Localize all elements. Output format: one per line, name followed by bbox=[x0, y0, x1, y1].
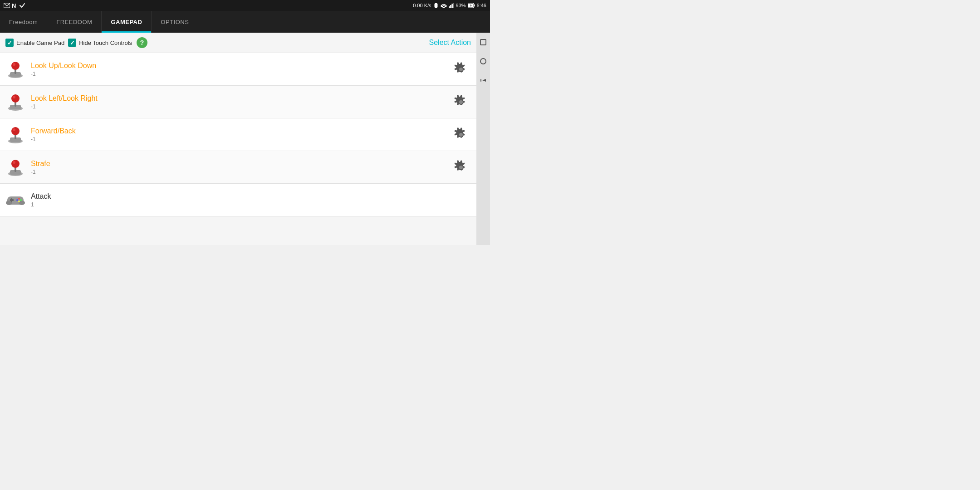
tab-freedoom2[interactable]: FREEDOOM bbox=[47, 11, 102, 33]
svg-rect-4 bbox=[437, 4, 438, 7]
gear-button-look-left-right[interactable] bbox=[451, 92, 471, 112]
svg-rect-2 bbox=[435, 3, 437, 8]
circle-button[interactable] bbox=[478, 56, 488, 66]
joystick-icon bbox=[5, 157, 25, 177]
svg-point-37 bbox=[11, 160, 20, 168]
battery-percent: 93% bbox=[456, 3, 466, 8]
gear-button-look-up-down[interactable] bbox=[451, 59, 471, 79]
nav-bar: Freedoom FREEDOOM GAMEPAD OPTIONS bbox=[0, 11, 490, 33]
svg-point-39 bbox=[459, 166, 463, 169]
action-title: Strafe bbox=[31, 160, 451, 168]
joystick-icon bbox=[5, 92, 25, 112]
hide-touch-controls-checkbox[interactable]: Hide Touch Controls bbox=[68, 39, 132, 47]
action-title: Look Left/Look Right bbox=[31, 94, 451, 103]
action-look-left-right[interactable]: Look Left/Look Right -1 bbox=[0, 86, 476, 118]
action-text: Strafe -1 bbox=[31, 160, 451, 175]
status-icons: N bbox=[4, 2, 25, 9]
enable-gamepad-checkbox[interactable]: Enable Game Pad bbox=[5, 39, 64, 47]
svg-rect-8 bbox=[449, 6, 450, 8]
action-strafe[interactable]: Strafe -1 bbox=[0, 151, 476, 184]
svg-point-25 bbox=[11, 94, 20, 103]
n-icon: N bbox=[12, 2, 17, 9]
action-attack[interactable]: Attack 1 bbox=[0, 184, 476, 216]
enable-gamepad-label: Enable Game Pad bbox=[16, 39, 64, 46]
svg-rect-9 bbox=[450, 5, 451, 8]
action-title: Look Up/Look Down bbox=[31, 62, 451, 70]
svg-point-27 bbox=[459, 100, 463, 104]
action-look-up-down[interactable]: Look Up/Look Down -1 bbox=[0, 53, 476, 86]
svg-point-41 bbox=[6, 201, 12, 205]
svg-rect-44 bbox=[11, 198, 12, 202]
status-bar: N 0.00 K/s 93% bbox=[0, 0, 490, 11]
gear-button-attack[interactable] bbox=[451, 190, 471, 210]
joystick-icon bbox=[5, 59, 25, 79]
svg-point-26 bbox=[13, 96, 15, 98]
mail-icon bbox=[4, 3, 10, 8]
svg-point-46 bbox=[20, 199, 22, 201]
tab-options[interactable]: OPTIONS bbox=[152, 11, 198, 33]
hide-touch-label: Hide Touch Controls bbox=[79, 39, 132, 46]
svg-point-20 bbox=[13, 63, 15, 66]
svg-rect-10 bbox=[451, 4, 453, 8]
side-nav bbox=[476, 33, 490, 245]
svg-point-45 bbox=[18, 198, 20, 200]
action-value: -1 bbox=[31, 136, 451, 142]
wifi-icon bbox=[441, 3, 447, 8]
svg-rect-11 bbox=[453, 3, 454, 8]
status-right: 0.00 K/s 93% bbox=[413, 2, 486, 9]
hide-touch-check[interactable] bbox=[68, 39, 76, 47]
action-value: 1 bbox=[31, 201, 451, 208]
tab-freedoom[interactable]: Freedoom bbox=[0, 11, 47, 33]
action-value: -1 bbox=[31, 103, 451, 110]
svg-point-19 bbox=[11, 62, 20, 70]
action-text: Look Up/Look Down -1 bbox=[31, 62, 451, 77]
svg-point-47 bbox=[16, 199, 18, 201]
svg-text:N: N bbox=[12, 2, 16, 9]
main-content: Enable Game Pad Hide Touch Controls ? Se… bbox=[0, 33, 476, 245]
square-button[interactable] bbox=[478, 37, 488, 47]
joystick-icon bbox=[5, 125, 25, 145]
svg-point-32 bbox=[13, 128, 15, 131]
gear-button-strafe[interactable] bbox=[451, 157, 471, 177]
svg-point-7 bbox=[443, 7, 444, 8]
svg-point-38 bbox=[13, 161, 15, 164]
notification-icon bbox=[19, 2, 25, 9]
action-title: Forward/Back bbox=[31, 127, 451, 135]
svg-rect-3 bbox=[434, 4, 435, 7]
tab-gamepad[interactable]: GAMEPAD bbox=[102, 11, 152, 33]
battery-icon bbox=[468, 3, 475, 8]
svg-rect-49 bbox=[480, 39, 486, 45]
svg-rect-13 bbox=[474, 5, 475, 7]
select-action-label: Select Action bbox=[429, 39, 471, 47]
svg-marker-51 bbox=[482, 79, 486, 82]
vibrate-icon bbox=[433, 2, 439, 9]
back-button[interactable] bbox=[478, 75, 488, 85]
gear-button-forward-back[interactable] bbox=[451, 125, 471, 145]
enable-gamepad-check[interactable] bbox=[5, 39, 14, 47]
svg-point-31 bbox=[11, 127, 20, 135]
signal-icon bbox=[449, 3, 454, 8]
speed-text: 0.00 K/s bbox=[413, 3, 431, 8]
svg-point-21 bbox=[459, 68, 463, 71]
action-value: -1 bbox=[31, 71, 451, 77]
action-text: Look Left/Look Right -1 bbox=[31, 94, 451, 110]
help-button[interactable]: ? bbox=[137, 37, 147, 48]
svg-rect-52 bbox=[480, 79, 481, 82]
svg-point-50 bbox=[480, 59, 486, 64]
action-value: -1 bbox=[31, 169, 451, 175]
action-text: Attack 1 bbox=[31, 192, 451, 208]
action-text: Forward/Back -1 bbox=[31, 127, 451, 142]
svg-point-33 bbox=[459, 133, 463, 137]
time-text: 6:46 bbox=[477, 3, 486, 8]
gamepad-icon-attack bbox=[5, 190, 25, 210]
svg-point-48 bbox=[18, 201, 20, 202]
controls-bar: Enable Game Pad Hide Touch Controls ? Se… bbox=[0, 33, 476, 53]
action-forward-back[interactable]: Forward/Back -1 bbox=[0, 118, 476, 151]
action-title: Attack bbox=[31, 192, 451, 201]
